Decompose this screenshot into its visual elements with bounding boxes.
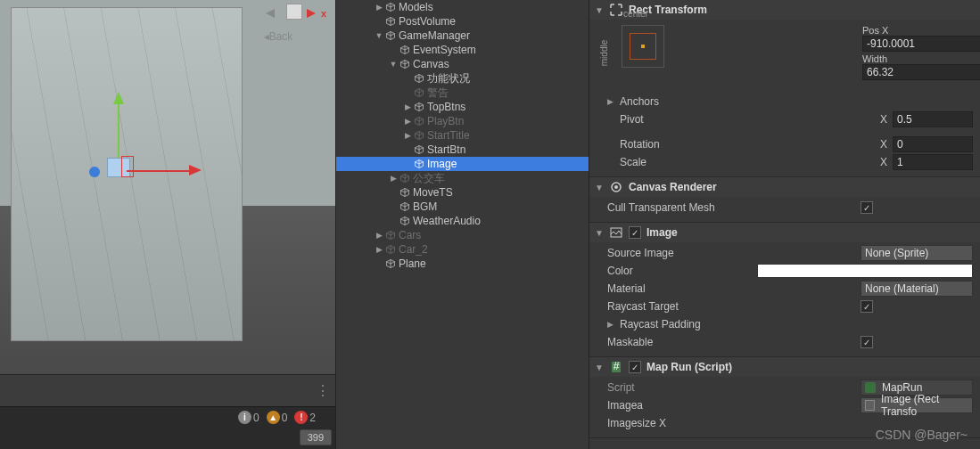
- foldout-icon[interactable]: ▶: [374, 231, 384, 240]
- more-menu-icon[interactable]: ⋮: [316, 382, 330, 399]
- anchors-label: Anchors: [620, 95, 659, 108]
- anchor-middle-label: middle: [599, 40, 609, 66]
- gameobject-cube-icon: [399, 172, 411, 184]
- width-label: Width: [862, 53, 971, 64]
- material-label: Material: [607, 282, 857, 295]
- gameobject-cube-icon: [399, 215, 411, 227]
- material-field[interactable]: None (Material): [861, 281, 973, 297]
- anchors-foldout[interactable]: ▶: [607, 97, 616, 106]
- gameobject-cube-icon: [413, 86, 425, 99]
- component-title: Image: [646, 226, 975, 239]
- gizmo-yz-plane[interactable]: [121, 156, 134, 177]
- imagea-field[interactable]: Image (Rect Transfo: [861, 397, 973, 413]
- foldout-icon[interactable]: ▼: [374, 31, 384, 40]
- canvas-renderer-header[interactable]: ▼ Canvas Renderer: [589, 177, 980, 197]
- maprun-header[interactable]: ▼ # ✓ Map Run (Script): [589, 357, 980, 377]
- foldout-icon[interactable]: ▶: [374, 3, 384, 12]
- gizmo-x-label: x: [321, 8, 326, 19]
- maskable-label: Maskable: [607, 336, 857, 348]
- hierarchy-item-label: GameManager: [399, 29, 470, 42]
- hierarchy-item[interactable]: BGM: [336, 200, 589, 214]
- hierarchy-item-label: BGM: [413, 200, 437, 213]
- rect-transform-component: ▼ Rect Transform center middle Pos X Wid…: [589, 0, 980, 177]
- rotation-x-input[interactable]: [893, 136, 973, 152]
- width-input[interactable]: [862, 64, 980, 80]
- imagea-label: Imagea: [607, 399, 857, 412]
- hierarchy-item[interactable]: ▶Car_2: [336, 242, 589, 257]
- maskable-checkbox[interactable]: ✓: [861, 336, 873, 348]
- hierarchy-panel[interactable]: ▶ModelsPostVolume▼GameManagerEventSystem…: [335, 0, 589, 449]
- hierarchy-item-label: PostVolume: [399, 15, 456, 28]
- hierarchy-item[interactable]: EventSystem: [336, 43, 589, 57]
- hierarchy-item[interactable]: 功能状况: [336, 71, 589, 86]
- anchor-center-label: center: [623, 9, 648, 19]
- hierarchy-item[interactable]: WeatherAudio: [336, 214, 589, 228]
- pivot-x-input[interactable]: [893, 111, 973, 127]
- hierarchy-item[interactable]: PostVolume: [336, 14, 589, 29]
- scale-x-input[interactable]: [893, 154, 973, 170]
- back-label: Back: [269, 30, 293, 43]
- status-counters[interactable]: i 0 ▲ 0 ! 2: [231, 407, 328, 428]
- raycast-padding-foldout[interactable]: ▶: [607, 320, 616, 329]
- transform-gizmo[interactable]: [91, 94, 207, 183]
- gizmo-x-cone[interactable]: [307, 9, 316, 18]
- warning-icon[interactable]: ▲: [267, 411, 280, 424]
- inspector-panel[interactable]: ▼ Rect Transform center middle Pos X Wid…: [589, 0, 980, 449]
- error-icon[interactable]: !: [294, 411, 308, 424]
- rotation-label: Rotation: [620, 138, 869, 151]
- hierarchy-item[interactable]: ▼Canvas: [336, 57, 589, 71]
- x-label: X: [873, 138, 889, 151]
- gameobject-cube-icon: [413, 72, 425, 85]
- hierarchy-item[interactable]: ▶公交车: [336, 171, 589, 185]
- foldout-icon[interactable]: ▼: [388, 60, 399, 69]
- hierarchy-item-label: 公交车: [413, 171, 445, 186]
- scene-viewport[interactable]: x ◂Back: [0, 0, 335, 374]
- scale-label: Scale: [620, 156, 869, 168]
- frame-counter-badge: 399: [300, 429, 332, 445]
- cull-transparent-checkbox[interactable]: ✓: [861, 201, 873, 214]
- hierarchy-item[interactable]: ▶TopBtns: [336, 100, 589, 114]
- hierarchy-item-label: Image: [427, 158, 457, 170]
- foldout-icon[interactable]: ▶: [374, 245, 384, 254]
- hierarchy-item[interactable]: MoveTS: [336, 185, 589, 200]
- source-image-label: Source Image: [607, 247, 857, 259]
- hierarchy-item[interactable]: StartBtn: [336, 143, 589, 157]
- scene-3d-area[interactable]: x ◂Back: [0, 0, 335, 374]
- hierarchy-item[interactable]: 警告: [336, 86, 589, 100]
- gizmo-cube-icon[interactable]: [286, 4, 302, 20]
- posx-input[interactable]: [862, 36, 980, 52]
- gameobject-cube-icon: [413, 143, 425, 156]
- raycast-target-checkbox[interactable]: ✓: [861, 300, 873, 313]
- foldout-icon[interactable]: ▶: [402, 102, 413, 111]
- hierarchy-item[interactable]: ▶StartTitle: [336, 128, 589, 143]
- foldout-icon[interactable]: ▼: [595, 363, 604, 372]
- source-image-field[interactable]: None (Sprite): [861, 245, 973, 261]
- foldout-icon[interactable]: ▶: [402, 131, 413, 140]
- gizmo-z-sphere[interactable]: [89, 167, 100, 177]
- hierarchy-item[interactable]: ▶PlayBtn: [336, 114, 589, 128]
- hierarchy-item[interactable]: Plane: [336, 257, 589, 271]
- hierarchy-item[interactable]: Image: [336, 157, 589, 171]
- posx-label: Pos X: [862, 25, 971, 36]
- image-enabled-checkbox[interactable]: ✓: [629, 226, 641, 239]
- foldout-icon[interactable]: ▶: [388, 174, 399, 183]
- back-button[interactable]: ◂Back: [260, 30, 296, 43]
- info-icon[interactable]: i: [238, 411, 251, 424]
- hierarchy-item[interactable]: ▶Models: [336, 0, 589, 14]
- color-swatch[interactable]: [757, 264, 973, 278]
- cull-transparent-label: Cull Transparent Mesh: [607, 201, 857, 214]
- foldout-icon[interactable]: ▶: [402, 117, 413, 126]
- foldout-icon[interactable]: ▼: [595, 5, 604, 15]
- hierarchy-item[interactable]: ▶Cars: [336, 228, 589, 242]
- script-icon: #: [609, 360, 623, 374]
- x-label: X: [873, 113, 889, 126]
- image-header[interactable]: ▼ ✓ Image: [589, 223, 980, 242]
- gizmo-x-axis[interactable]: [127, 170, 198, 172]
- foldout-icon[interactable]: ▼: [595, 228, 604, 238]
- hierarchy-item[interactable]: ▼GameManager: [336, 29, 589, 43]
- anchor-preset-button[interactable]: [622, 25, 664, 68]
- color-label: Color: [607, 265, 754, 277]
- foldout-icon[interactable]: ▼: [595, 183, 604, 192]
- maprun-enabled-checkbox[interactable]: ✓: [629, 361, 641, 373]
- error-count: 2: [309, 412, 316, 424]
